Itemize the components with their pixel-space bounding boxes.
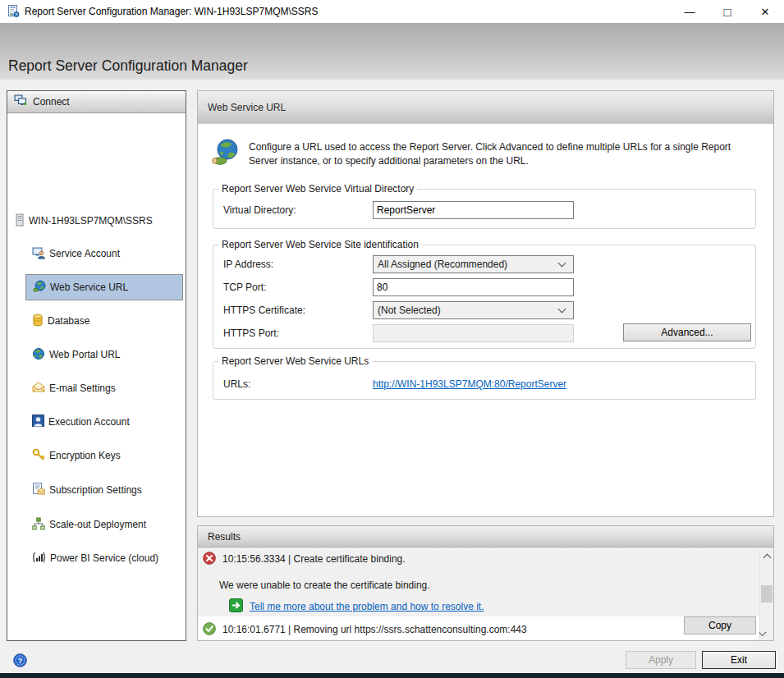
urls-label: URLs: <box>223 378 373 390</box>
virtual-directory-input[interactable] <box>373 201 574 219</box>
header-band: Report Server Configuration Manager <box>0 23 784 80</box>
server-icon <box>16 213 24 229</box>
database-icon <box>32 314 44 329</box>
advanced-button[interactable]: Advanced... <box>623 323 751 341</box>
ip-address-select[interactable]: All Assigned (Recommended) <box>373 255 574 273</box>
tcp-port-label: TCP Port: <box>223 282 373 293</box>
service-account-icon <box>32 246 45 262</box>
results-title: Results <box>208 531 241 543</box>
sidebar-item-label: Subscription Settings <box>49 484 142 496</box>
results-panel: Results 10:15:56.3334 | Create certifica… <box>197 525 774 641</box>
sidebar-item-subscription-settings[interactable]: Subscription Settings <box>25 477 183 503</box>
https-certificate-value: (Not Selected) <box>378 305 559 316</box>
app-icon: ? <box>7 4 20 20</box>
title-bar: ? Report Server Configuration Manager: W… <box>0 0 784 23</box>
virtual-directory-group: Report Server Web Service Virtual Direct… <box>213 183 756 229</box>
help-icon[interactable]: ? <box>13 653 27 670</box>
sidebar: Connect WIN-1H93LSP7MQM\SSRS Service Acc… <box>7 90 186 641</box>
sidebar-item-label: WIN-1H93LSP7MQM\SSRS <box>29 215 153 227</box>
urls-group: Report Server Web Service URLs URLs: htt… <box>213 355 756 400</box>
connect-button[interactable]: Connect <box>7 91 186 113</box>
https-certificate-label: HTTPS Certificate: <box>223 305 373 316</box>
encryption-keys-icon <box>32 448 45 464</box>
minimize-button[interactable]: — <box>671 0 708 23</box>
https-port-label: HTTPS Port: <box>223 328 373 339</box>
ip-address-label: IP Address: <box>223 259 373 270</box>
sidebar-item-label: Web Service URL <box>50 282 128 293</box>
execution-account-icon <box>32 415 44 429</box>
group-legend: Report Server Web Service Site identific… <box>218 239 422 250</box>
connect-label: Connect <box>33 96 70 108</box>
sidebar-item-execution-account[interactable]: Execution Account <box>25 409 183 435</box>
report-server-url-link[interactable]: http://WIN-1H93LSP7MQM:80/ReportServer <box>373 378 566 390</box>
tell-me-more-link[interactable]: Tell me more about the problem and how t… <box>250 601 484 612</box>
sidebar-item-label: E-mail Settings <box>49 383 116 394</box>
sidebar-item-web-service-url[interactable]: Web Service URL <box>25 274 183 300</box>
sidebar-item-label: Service Account <box>49 248 120 259</box>
https-certificate-select[interactable]: (Not Selected) <box>373 301 574 319</box>
result-text: 10:16:01.6771 | Removing url https://ssr… <box>222 624 527 635</box>
group-legend: Report Server Web Service Virtual Direct… <box>218 183 417 195</box>
chevron-down-icon <box>558 259 566 268</box>
sidebar-item-scale-out-deployment[interactable]: Scale-out Deployment <box>25 511 183 538</box>
email-settings-icon <box>32 382 45 396</box>
close-button[interactable]: ✕ <box>746 0 784 23</box>
power-bi-icon <box>32 552 46 566</box>
page-title: Report Server Configuration Manager <box>8 57 248 75</box>
sidebar-item-label: Power BI Service (cloud) <box>50 552 158 564</box>
sidebar-item-database[interactable]: Database <box>25 308 183 334</box>
sidebar-item-label: Scale-out Deployment <box>49 519 146 530</box>
result-entry-error: 10:15:56.3334 | Create certificate bindi… <box>198 549 759 616</box>
connect-icon <box>14 94 28 109</box>
tcp-port-input[interactable] <box>373 278 574 296</box>
group-legend: Report Server Web Service URLs <box>218 355 372 367</box>
web-portal-url-icon <box>32 347 45 363</box>
web-service-url-icon <box>33 280 46 295</box>
svg-text:?: ? <box>18 657 23 665</box>
results-list: 10:15:56.3334 | Create certificate bindi… <box>198 549 759 640</box>
https-port-input[interactable] <box>373 324 574 342</box>
chevron-down-icon <box>558 305 566 314</box>
sidebar-item-label: Encryption Keys <box>49 450 121 461</box>
web-service-url-panel: Web Service URL Configure a URL used to … <box>197 90 774 517</box>
result-text: 10:15:56.3334 | Create certificate bindi… <box>222 553 406 565</box>
scroll-up-icon[interactable] <box>760 549 773 563</box>
sidebar-item-label: Execution Account <box>48 416 130 428</box>
error-icon <box>203 552 216 567</box>
apply-button[interactable]: Apply <box>626 651 696 669</box>
copy-button[interactable]: Copy <box>684 616 756 634</box>
results-header: Results <box>198 526 773 548</box>
panel-title: Web Service URL <box>208 102 286 113</box>
svg-text:?: ? <box>16 11 18 16</box>
virtual-directory-label: Virtual Directory: <box>223 204 373 216</box>
site-identification-group: Report Server Web Service Site identific… <box>213 239 756 349</box>
sidebar-item-encryption-keys[interactable]: Encryption Keys <box>25 442 183 469</box>
maximize-button[interactable]: □ <box>708 0 746 23</box>
go-arrow-icon <box>229 598 243 615</box>
exit-button[interactable]: Exit <box>702 651 776 669</box>
sidebar-item-web-portal-url[interactable]: Web Portal URL <box>25 341 183 368</box>
sidebar-item-power-bi-service[interactable]: Power BI Service (cloud) <box>25 545 183 571</box>
result-detail: We were unable to create the certificate… <box>219 580 430 591</box>
ip-address-value: All Assigned (Recommended) <box>378 259 559 270</box>
results-scrollbar[interactable] <box>759 549 773 640</box>
panel-header: Web Service URL <box>198 91 773 124</box>
sidebar-item-label: Database <box>48 315 89 327</box>
success-icon <box>203 622 216 638</box>
sidebar-item-email-settings[interactable]: E-mail Settings <box>25 375 183 401</box>
scroll-down-icon[interactable] <box>760 626 773 640</box>
scrollbar-thumb[interactable] <box>761 585 773 602</box>
sidebar-item-server[interactable]: WIN-1H93LSP7MQM\SSRS <box>11 208 182 234</box>
window-bottom-edge <box>0 673 784 678</box>
sidebar-item-service-account[interactable]: Service Account <box>25 241 183 267</box>
window-title: Report Server Configuration Manager: WIN… <box>25 6 671 17</box>
scale-out-icon <box>32 517 45 533</box>
result-entry-success: 10:16:01.6771 | Removing url https://ssr… <box>203 621 527 638</box>
subscription-settings-icon <box>32 483 45 498</box>
sidebar-item-label: Web Portal URL <box>49 349 120 360</box>
globe-hand-icon <box>211 137 241 169</box>
panel-description: Configure a URL used to access the Repor… <box>249 140 759 169</box>
